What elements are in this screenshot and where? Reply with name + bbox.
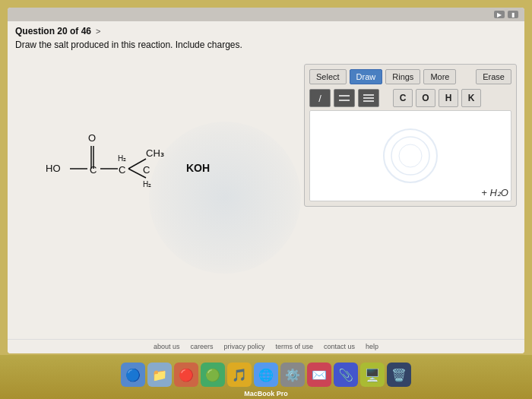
question-counter: Question 20 of 46 [15, 26, 91, 36]
rings-button[interactable]: Rings [385, 69, 420, 84]
triple-bond-icon [361, 92, 376, 104]
canvas-watermark-svg [380, 125, 441, 186]
product-label-text: + H₂O [481, 187, 508, 198]
bond-atom-row: / C O H K [309, 89, 511, 107]
macbook-label: MacBook Pro [244, 390, 288, 397]
contact-us-link[interactable]: contact us [324, 343, 355, 350]
svg-text:C: C [90, 164, 97, 176]
single-bond-button[interactable]: / [309, 89, 331, 107]
terms-link[interactable]: terms of use [276, 343, 314, 350]
main-content: HO O C H₂ C CH₃ C [8, 56, 524, 339]
privacy-policy-link[interactable]: privacy policy [223, 343, 264, 350]
footer-links: about us careers privacy policy terms of… [8, 339, 524, 353]
svg-text:KOH: KOH [186, 162, 210, 174]
drawing-panel: Select Draw Rings More Erase / [304, 64, 517, 207]
svg-text:C: C [119, 164, 125, 176]
wifi-icon: ▶ [494, 11, 505, 18]
chevron-right-icon[interactable]: > [96, 27, 100, 36]
oxygen-button[interactable]: O [416, 89, 435, 107]
taskbar: 🔵 📁 🔴 🟢 🎵 🌐 ⚙️ ✉️ 📎 🖥️ 🗑️ MacBook Pro [0, 355, 532, 399]
dock-icon-finder[interactable]: 🔵 [121, 363, 145, 387]
header-bar: Question 20 of 46 > [8, 21, 524, 38]
dock-icon-7[interactable]: ✉️ [307, 363, 331, 387]
dock-icon-3[interactable]: 🟢 [201, 363, 225, 387]
dock-icon-9[interactable]: 🖥️ [360, 363, 385, 387]
erase-button[interactable]: Erase [476, 69, 511, 84]
battery-icon: ▮ [508, 11, 518, 18]
dock: 🔵 📁 🔴 🟢 🎵 🌐 ⚙️ ✉️ 📎 🖥️ 🗑️ [121, 363, 411, 390]
careers-link[interactable]: careers [190, 343, 213, 350]
dock-icon-2[interactable]: 🔴 [174, 363, 198, 387]
molecule-structure: HO O C H₂ C CH₃ C [38, 117, 296, 208]
about-us-link[interactable]: about us [154, 343, 180, 350]
more-button[interactable]: More [423, 69, 456, 84]
plus-h2o-label: + H₂O [481, 187, 508, 198]
screen-top-bar: ▶ ▮ [8, 8, 524, 21]
svg-point-21 [391, 137, 429, 175]
carbon-button[interactable]: C [393, 89, 413, 107]
dock-icon-8[interactable]: 📎 [334, 363, 358, 387]
svg-point-22 [399, 144, 422, 167]
triple-bond-button[interactable] [358, 89, 379, 107]
toolbar-row: Select Draw Rings More Erase [309, 69, 511, 84]
dock-icon-10[interactable]: 🗑️ [387, 363, 411, 387]
dock-icon-4[interactable]: 🎵 [227, 363, 252, 387]
svg-text:CH₃: CH₃ [146, 147, 164, 159]
svg-text:H₂: H₂ [118, 154, 126, 163]
double-bond-icon [337, 92, 352, 104]
select-button[interactable]: Select [309, 69, 347, 84]
svg-text:C: C [143, 164, 150, 176]
dock-icon-6[interactable]: ⚙️ [280, 363, 305, 387]
svg-text:O: O [88, 132, 96, 144]
potassium-button[interactable]: K [461, 89, 481, 107]
draw-button[interactable]: Draw [350, 69, 383, 84]
dock-icon-1[interactable]: 📁 [147, 363, 172, 387]
svg-text:HO: HO [46, 163, 61, 174]
help-link[interactable]: help [366, 343, 378, 350]
hydrogen-button[interactable]: H [439, 89, 458, 107]
dock-icon-5[interactable]: 🌐 [254, 363, 278, 387]
double-bond-button[interactable] [334, 89, 355, 107]
svg-text:H₂: H₂ [143, 180, 151, 188]
question-text: Draw the salt produced in this reaction.… [8, 38, 524, 56]
